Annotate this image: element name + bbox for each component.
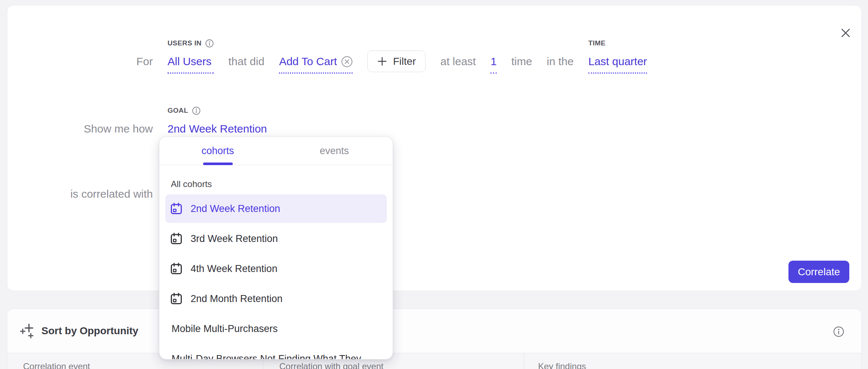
calendar-icon <box>170 262 183 275</box>
row2-prefix: Show me how <box>61 123 153 135</box>
sparkle-plus-icon <box>20 324 38 338</box>
goal-label: GOAL <box>168 107 267 123</box>
cohort-option-label: 2nd Month Retention <box>191 293 283 305</box>
dropdown-tabs: cohorts events <box>159 137 393 165</box>
plus-icon <box>377 56 387 66</box>
count-input[interactable]: 1 <box>490 55 497 74</box>
correlation-query-page: For USERS IN All Users that did Add To C… <box>0 0 868 369</box>
calendar-icon <box>170 232 183 245</box>
results-toolbar: Sort by Opportunity <box>7 309 861 353</box>
results-info-button[interactable] <box>832 326 845 338</box>
column-header-key-findings: Key findings <box>524 353 861 369</box>
info-icon <box>833 326 844 337</box>
info-icon[interactable] <box>192 107 201 115</box>
in-the-text: in the <box>547 55 574 68</box>
cohort-option-mobile-multi-purchasers[interactable]: Mobile Multi-Purchasers <box>165 314 387 344</box>
cohort-option-label: 4th Week Retention <box>191 263 277 275</box>
results-card: Sort by Opportunity Correlation event Co… <box>7 309 862 369</box>
query-row-users: For USERS IN All Users that did Add To C… <box>61 39 647 74</box>
remove-event-icon[interactable] <box>341 56 353 67</box>
cohort-selector[interactable]: All Users <box>168 55 214 74</box>
time-label-text: TIME <box>588 39 606 47</box>
goal-label-text: GOAL <box>168 107 188 115</box>
that-did-text: that did <box>228 55 264 68</box>
cohort-option-label: 2nd Week Retention <box>191 203 280 215</box>
cohort-option-2nd-month-retention[interactable]: 2nd Month Retention <box>165 284 387 314</box>
query-builder-card: For USERS IN All Users that did Add To C… <box>7 5 862 291</box>
cohort-option-multi-day-browsers[interactable]: Multi-Day Browsers Not Finding What They <box>165 344 387 359</box>
cohort-option-label: Multi-Day Browsers Not Finding What They <box>172 353 361 360</box>
event-slot: Add To Cart <box>279 39 353 74</box>
add-filter-button[interactable]: Filter <box>367 51 426 72</box>
time-range-selector[interactable]: Last quarter <box>588 55 647 74</box>
calendar-icon <box>170 202 183 215</box>
add-filter-label: Filter <box>393 56 416 67</box>
close-icon <box>841 28 850 38</box>
users-in-label-text: USERS IN <box>168 39 202 47</box>
tab-events[interactable]: events <box>276 137 393 165</box>
row1-prefix: For <box>61 55 153 68</box>
cohort-option-3rd-week-retention[interactable]: 3rd Week Retention <box>165 224 387 254</box>
close-button[interactable] <box>836 24 855 42</box>
correlate-button[interactable]: Correlate <box>788 261 849 283</box>
cohort-list: 2nd Week Retention 3rd Week Retention 4t… <box>159 194 393 359</box>
cohort-option-4th-week-retention[interactable]: 4th Week Retention <box>165 254 387 284</box>
sort-by-opportunity-button[interactable]: Sort by Opportunity <box>20 324 138 338</box>
cohort-section-header: All cohorts <box>171 179 393 189</box>
cohort-option-label: Mobile Multi-Purchasers <box>172 323 278 335</box>
users-in-label: USERS IN <box>168 39 214 55</box>
info-icon[interactable] <box>205 39 214 48</box>
time-slot: TIME Last quarter <box>588 39 647 74</box>
row3-prefix: is correlated with <box>61 188 153 200</box>
count-slot: 1 <box>490 39 497 74</box>
at-least-text: at least <box>440 55 476 68</box>
time-label: TIME <box>588 39 647 55</box>
tab-cohorts[interactable]: cohorts <box>159 137 276 165</box>
calendar-icon <box>170 292 183 305</box>
time-text: time <box>511 55 532 68</box>
event-selector[interactable]: Add To Cart <box>279 55 353 74</box>
sort-by-opportunity-label: Sort by Opportunity <box>41 325 138 337</box>
users-in-slot: USERS IN All Users <box>168 39 214 74</box>
goal-picker-dropdown: cohorts events All cohorts 2nd Week Rete… <box>159 137 393 359</box>
active-tab-indicator <box>203 163 233 165</box>
cohort-option-2nd-week-retention[interactable]: 2nd Week Retention <box>165 194 387 223</box>
cohort-option-label: 3rd Week Retention <box>191 233 278 245</box>
results-table-header: Correlation event Correlation with goal … <box>7 353 861 369</box>
event-selector-label: Add To Cart <box>279 55 337 68</box>
